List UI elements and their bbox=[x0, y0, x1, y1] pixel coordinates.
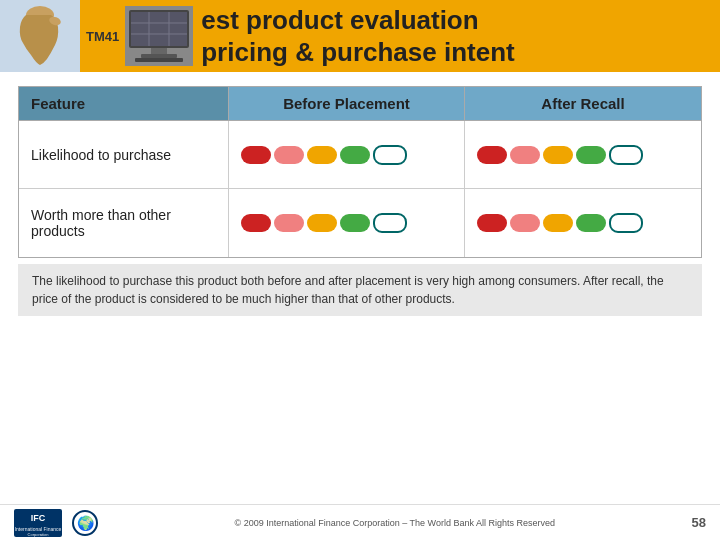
svg-rect-8 bbox=[151, 48, 167, 54]
svg-rect-3 bbox=[131, 12, 187, 46]
pill-orange bbox=[307, 214, 337, 232]
ifc-logo-svg: IFC International Finance Corporation bbox=[14, 509, 62, 537]
bottom-bar: IFC International Finance Corporation 🌍 … bbox=[0, 504, 720, 540]
pill-orange bbox=[543, 146, 573, 164]
tm-label: TM41 bbox=[80, 27, 125, 45]
solar-panel-icon bbox=[127, 8, 191, 64]
after-pills-2 bbox=[477, 213, 643, 233]
feature-cell-2: Worth more than otherproducts bbox=[19, 189, 229, 257]
logo-area: IFC International Finance Corporation 🌍 bbox=[14, 509, 98, 537]
africa-map-icon bbox=[11, 5, 69, 67]
africa-logo-area bbox=[0, 0, 80, 72]
pill-green bbox=[576, 214, 606, 232]
after-recall-cell-2 bbox=[465, 189, 701, 257]
main-content: Feature Before Placement After Recall Li… bbox=[0, 72, 720, 322]
header-title: est product evaluation pricing & purchas… bbox=[201, 4, 720, 69]
before-pills-1 bbox=[241, 145, 407, 165]
pill-green bbox=[576, 146, 606, 164]
pill-pink bbox=[274, 214, 304, 232]
svg-text:IFC: IFC bbox=[31, 513, 46, 523]
tm-text: TM41 bbox=[86, 29, 119, 44]
data-table: Feature Before Placement After Recall Li… bbox=[18, 86, 702, 258]
svg-rect-10 bbox=[135, 58, 183, 62]
header-title-area: est product evaluation pricing & purchas… bbox=[201, 4, 720, 69]
footer-description: The likelihood to purchase this product … bbox=[18, 264, 702, 316]
page-number: 58 bbox=[692, 515, 706, 530]
pill-orange bbox=[307, 146, 337, 164]
table-header-row: Feature Before Placement After Recall bbox=[19, 87, 701, 121]
after-recall-cell-1 bbox=[465, 121, 701, 188]
table-row: Worth more than otherproducts bbox=[19, 189, 701, 257]
pill-orange bbox=[543, 214, 573, 232]
pill-teal-outline bbox=[609, 145, 643, 165]
footer-text: The likelihood to purchase this product … bbox=[32, 274, 664, 306]
pill-teal-outline bbox=[373, 213, 407, 233]
before-pills-2 bbox=[241, 213, 407, 233]
header: TM41 est product evaluation pricing & pu… bbox=[0, 0, 720, 72]
pill-pink bbox=[510, 214, 540, 232]
product-image bbox=[125, 6, 193, 66]
pill-teal-outline bbox=[373, 145, 407, 165]
table-row: Likelihood to purchase bbox=[19, 121, 701, 189]
globe-icon: 🌍 bbox=[72, 510, 98, 536]
feature-cell-1: Likelihood to purchase bbox=[19, 121, 229, 188]
svg-text:Corporation: Corporation bbox=[28, 532, 49, 537]
ifc-logo: IFC International Finance Corporation bbox=[14, 509, 62, 537]
before-placement-cell-2 bbox=[229, 189, 465, 257]
pill-green bbox=[340, 146, 370, 164]
col-header-after: After Recall bbox=[465, 87, 701, 120]
pill-red bbox=[477, 214, 507, 232]
pill-teal-outline bbox=[609, 213, 643, 233]
col-header-feature: Feature bbox=[19, 87, 229, 120]
copyright-text: © 2009 International Finance Corporation… bbox=[98, 518, 692, 528]
pill-green bbox=[340, 214, 370, 232]
pill-pink bbox=[510, 146, 540, 164]
pill-pink bbox=[274, 146, 304, 164]
col-header-before: Before Placement bbox=[229, 87, 465, 120]
pill-red bbox=[477, 146, 507, 164]
before-placement-cell-1 bbox=[229, 121, 465, 188]
after-pills-1 bbox=[477, 145, 643, 165]
pill-red bbox=[241, 146, 271, 164]
feature-label-1: Likelihood to purchase bbox=[31, 147, 171, 163]
svg-rect-9 bbox=[141, 54, 177, 58]
pill-red bbox=[241, 214, 271, 232]
feature-label-2: Worth more than otherproducts bbox=[31, 207, 171, 239]
